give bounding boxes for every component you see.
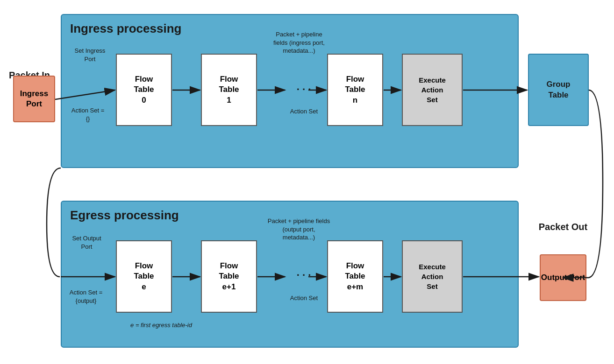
egress-pipeline-annotation: Packet + pipeline fields (output port, m… — [267, 217, 330, 242]
set-output-port-annotation: Set Output Port — [69, 234, 104, 251]
set-ingress-port-annotation: Set Ingress Port — [72, 47, 107, 63]
egress-footnote: e = first egress table-id — [110, 321, 213, 329]
ingress-execute-action-set: Execute Action Set — [402, 54, 463, 126]
egress-action-set-mid: Action Set — [289, 294, 319, 302]
egress-flow-table-e: Flow Table e — [116, 240, 172, 313]
egress-dots: · · · — [290, 268, 318, 282]
packet-out-label: Packet Out — [533, 222, 593, 232]
ingress-flow-table-0: Flow Table 0 — [116, 54, 172, 126]
egress-flow-table-e1: Flow Table e+1 — [201, 240, 257, 313]
ingress-flow-table-n: Flow Table n — [327, 54, 383, 126]
egress-action-set-annotation: Action Set = {output} — [65, 288, 107, 305]
group-table-box: Group Table — [528, 54, 589, 126]
ingress-port-box: Ingress Port — [13, 76, 55, 122]
ingress-title: Ingress processing — [70, 21, 181, 36]
ingress-flow-table-1: Flow Table 1 — [201, 54, 257, 126]
egress-execute-action-set: Execute Action Set — [402, 240, 463, 313]
egress-title: Egress processing — [70, 208, 179, 223]
diagram: Ingress processing Egress processing Pac… — [0, 0, 614, 364]
ingress-dots: · · · — [290, 83, 318, 97]
output-port-box: Output Port — [540, 254, 586, 301]
ingress-pipeline-annotation: Packet + pipeline fields (ingress port, … — [269, 30, 329, 55]
ingress-action-set-mid: Action Set — [289, 107, 319, 116]
egress-flow-table-em: Flow Table e+m — [327, 240, 383, 313]
ingress-action-set-annotation: Action Set = {} — [69, 106, 107, 123]
